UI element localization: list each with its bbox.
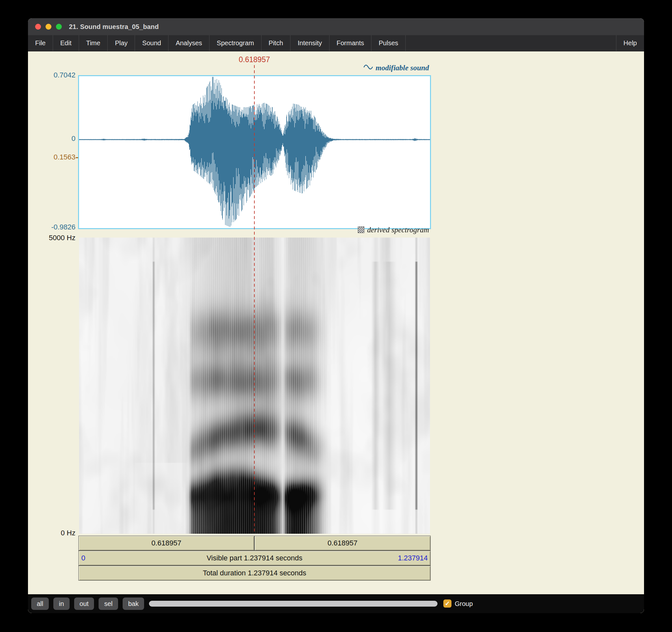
cursor-time-label: 0.618957 (239, 55, 270, 64)
editor-content: 0.618957 modifiable sound 0.7042 0.1563 … (28, 51, 644, 594)
time-segment-right-button[interactable]: 0.618957 (254, 536, 431, 551)
praat-editor-window: 21. Sound muestra_05_band FileEditTimePl… (28, 18, 644, 613)
menu-pulses[interactable]: Pulses (371, 35, 406, 51)
cursor-line[interactable] (254, 65, 255, 534)
titlebar[interactable]: 21. Sound muestra_05_band (28, 18, 644, 35)
zoom-all-button[interactable]: all (31, 598, 49, 610)
menubar: FileEditTimePlaySoundAnalysesSpectrogram… (28, 35, 644, 51)
menu-sound[interactable]: Sound (135, 35, 168, 51)
spectrogram-freq-top-label: 5000 Hz (28, 234, 75, 242)
group-label: Group (455, 599, 473, 608)
menu-formants[interactable]: Formants (330, 35, 371, 51)
zoom-out-button[interactable]: out (74, 598, 94, 610)
total-duration-button[interactable]: Total duration 1.237914 seconds (78, 566, 431, 581)
waveform-ymax-label: 0.7042 (28, 71, 75, 79)
spectrogram-freq-bottom-label: 0 Hz (28, 529, 75, 537)
menu-play[interactable]: Play (108, 35, 135, 51)
modifiable-sound-text: modifiable sound (376, 64, 429, 72)
time-segment-left-button[interactable]: 0.618957 (78, 536, 254, 551)
waveform-cursor-amplitude-label: 0.1563 (28, 153, 75, 161)
group-checkbox[interactable]: ✓ (443, 600, 452, 608)
bottom-toolbar: allinoutselbak ✓ Group (28, 594, 644, 613)
visible-part-text: Visible part 1.237914 seconds (207, 554, 302, 562)
derived-spectrogram-text: derived spectrogram (367, 226, 429, 234)
menu-analyses[interactable]: Analyses (168, 35, 210, 51)
menu-edit[interactable]: Edit (53, 35, 79, 51)
zoom-in-button[interactable]: in (53, 598, 70, 610)
visible-start-time: 0 (81, 551, 85, 565)
traffic-lights (35, 24, 62, 30)
spectrogram-icon (358, 227, 364, 233)
menu-help[interactable]: Help (616, 35, 644, 51)
window-title: 21. Sound muestra_05_band (69, 23, 159, 30)
time-scrollbar[interactable] (149, 601, 437, 607)
zoom-buttons-group: allinoutselbak (31, 598, 144, 610)
menu-file[interactable]: File (28, 35, 53, 51)
menu-pitch[interactable]: Pitch (262, 35, 290, 51)
menu-time[interactable]: Time (79, 35, 108, 51)
waveform-ymin-label: -0.9826 (28, 223, 75, 231)
zoom-button[interactable] (56, 24, 62, 30)
minimize-button[interactable] (46, 24, 51, 30)
zoom-sel-button[interactable]: sel (99, 598, 118, 610)
visible-end-time: 1.237914 (398, 551, 428, 565)
zoom-bak-button[interactable]: bak (123, 598, 144, 610)
waveform-zero-label: 0 (28, 134, 75, 143)
visible-part-button[interactable]: 0 Visible part 1.237914 seconds 1.237914 (78, 551, 431, 566)
menu-spectrogram[interactable]: Spectrogram (210, 35, 262, 51)
sine-wave-icon (363, 63, 373, 72)
close-button[interactable] (35, 24, 41, 30)
menu-intensity[interactable]: Intensity (290, 35, 329, 51)
